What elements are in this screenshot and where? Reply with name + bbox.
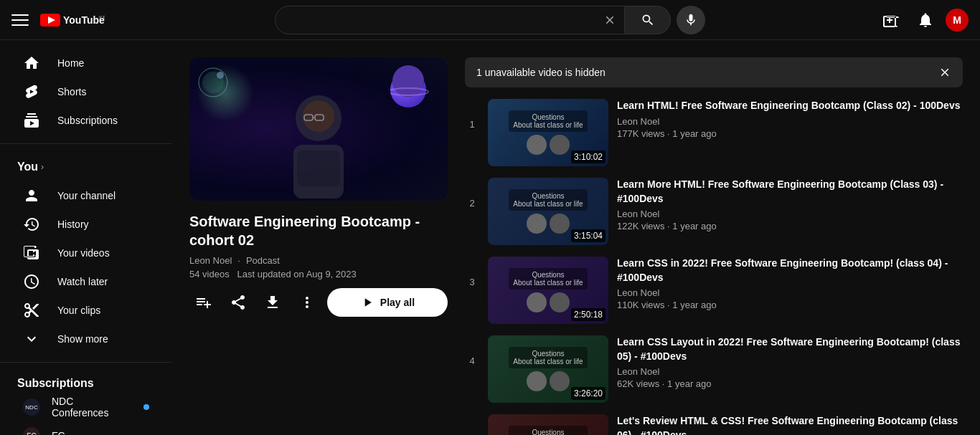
video-list: 1 unavailable video is hidden 1 Question… bbox=[465, 57, 963, 435]
voice-search-button[interactable] bbox=[677, 6, 705, 34]
svg-text:KE: KE bbox=[99, 14, 105, 21]
you-label: You bbox=[17, 161, 38, 173]
search-input[interactable]: leon noel bbox=[275, 6, 595, 34]
account-button[interactable]: M bbox=[946, 9, 969, 32]
sidebar-item-watch-later[interactable]: Watch later bbox=[6, 267, 166, 296]
video-number: 1 bbox=[465, 119, 479, 130]
sidebar-item-your-clips[interactable]: Your clips bbox=[6, 296, 166, 325]
video-info: Learn CSS Layout in 2022! Free Software … bbox=[617, 335, 963, 389]
svg-point-5 bbox=[303, 100, 334, 132]
playlist-meta: Leon Noel · Podcast bbox=[189, 255, 448, 266]
menu-button[interactable] bbox=[11, 11, 29, 29]
video-title: Learn More HTML! Free Software Engineeri… bbox=[617, 178, 963, 206]
show-more-label: Show more bbox=[57, 333, 108, 345]
watch-later-label: Watch later bbox=[57, 276, 108, 287]
playlist-info: 54 videos Last updated on Aug 9, 2023 bbox=[189, 269, 448, 279]
video-title: Learn HTML! Free Software Engineering Bo… bbox=[617, 99, 963, 113]
subscriptions-header: Subscriptions bbox=[0, 371, 172, 393]
svg-rect-10 bbox=[297, 150, 340, 186]
hidden-notice: 1 unavailable video is hidden bbox=[465, 57, 963, 87]
duration-badge: 3:15:04 bbox=[571, 229, 606, 242]
youtube-icon: YouTube KE bbox=[40, 13, 105, 27]
close-notice-button[interactable] bbox=[938, 66, 951, 79]
notifications-button[interactable] bbox=[911, 6, 940, 34]
sidebar-item-ndc[interactable]: NDC NDC Conferences bbox=[6, 393, 166, 421]
duration-badge: 3:26:20 bbox=[571, 387, 606, 400]
video-thumbnail: QuestionsAbout last class or life 3:26:2… bbox=[488, 335, 608, 403]
video-icon bbox=[23, 244, 40, 262]
video-number: 4 bbox=[465, 355, 479, 366]
you-chevron-icon: › bbox=[41, 162, 44, 172]
sidebar-divider-2 bbox=[0, 362, 172, 363]
scissors-icon bbox=[23, 302, 40, 319]
person-illustration bbox=[254, 86, 383, 201]
you-section[interactable]: You › bbox=[0, 153, 172, 181]
sidebar-item-fc[interactable]: FC FC bbox=[6, 421, 166, 435]
play-all-button[interactable]: Play all bbox=[327, 288, 448, 317]
sidebar-item-your-videos[interactable]: Your videos bbox=[6, 239, 166, 267]
playlist-thumbnail bbox=[189, 57, 448, 201]
home-label: Home bbox=[57, 57, 84, 69]
header-left: YouTube KE bbox=[11, 11, 184, 29]
video-info: Learn CSS in 2022! Free Software Enginee… bbox=[617, 257, 963, 310]
video-item-3[interactable]: 3 QuestionsAbout last class or life 2:50… bbox=[465, 251, 963, 330]
video-stats: 62K views · 1 year ago bbox=[617, 378, 963, 389]
content-inner: Software Engineering Bootcamp - cohort 0… bbox=[172, 40, 980, 435]
playlist-channel: Leon Noel bbox=[189, 255, 232, 266]
sidebar-item-home[interactable]: Home bbox=[6, 49, 166, 77]
fc-label: FC bbox=[52, 430, 65, 435]
video-title: Let's Review HTML & CSS! Free Software E… bbox=[617, 414, 963, 435]
video-title: Learn CSS Layout in 2022! Free Software … bbox=[617, 335, 963, 363]
play-all-label: Play all bbox=[380, 297, 415, 308]
duration-badge: 2:50:18 bbox=[571, 308, 606, 321]
sidebar-item-subscriptions[interactable]: Subscriptions bbox=[6, 106, 166, 135]
video-item-5[interactable]: 5 QuestionsAbout last class or life 2:58… bbox=[465, 408, 963, 435]
clear-search-button[interactable] bbox=[595, 6, 624, 34]
video-thumbnail: QuestionsAbout last class or life 3:15:0… bbox=[488, 178, 608, 245]
video-title: Learn CSS in 2022! Free Software Enginee… bbox=[617, 257, 963, 285]
logo[interactable]: YouTube KE bbox=[40, 13, 105, 27]
your-videos-label: Your videos bbox=[57, 247, 110, 259]
video-item-4[interactable]: 4 QuestionsAbout last class or life 3:26… bbox=[465, 330, 963, 408]
sidebar-item-history[interactable]: History bbox=[6, 210, 166, 239]
sidebar: Home Shorts Subscriptions You › bbox=[0, 40, 172, 435]
ndc-notification-dot bbox=[143, 404, 149, 410]
playlist-video-count: 54 videos bbox=[189, 269, 230, 279]
video-channel: Leon Noel bbox=[617, 287, 963, 298]
space-art-left bbox=[195, 64, 245, 115]
download-button[interactable] bbox=[258, 288, 287, 317]
watch-later-icon bbox=[23, 273, 40, 290]
video-info: Learn HTML! Free Software Engineering Bo… bbox=[617, 99, 963, 139]
playlist-actions: Play all bbox=[189, 288, 448, 317]
search-bar: leon noel bbox=[275, 6, 625, 34]
create-button[interactable] bbox=[877, 6, 905, 34]
video-number: 2 bbox=[465, 198, 479, 209]
ndc-label: NDC Conferences bbox=[52, 396, 132, 419]
video-number: 3 bbox=[465, 277, 479, 287]
sidebar-divider-1 bbox=[0, 143, 172, 144]
subscriptions-label: Subscriptions bbox=[57, 115, 118, 126]
video-item-2[interactable]: 2 QuestionsAbout last class or life 3:15… bbox=[465, 172, 963, 251]
content-area: Software Engineering Bootcamp - cohort 0… bbox=[172, 40, 980, 435]
svg-point-13 bbox=[217, 72, 224, 79]
your-clips-label: Your clips bbox=[57, 305, 100, 316]
sidebar-item-shorts[interactable]: Shorts bbox=[6, 77, 166, 106]
share-button[interactable] bbox=[224, 288, 253, 317]
video-item-1[interactable]: 1 QuestionsAbout last class or life 3:10… bbox=[465, 93, 963, 172]
playlist-panel: Software Engineering Bootcamp - cohort 0… bbox=[189, 57, 448, 435]
sidebar-item-your-channel[interactable]: Your channel bbox=[6, 181, 166, 210]
video-channel: Leon Noel bbox=[617, 209, 963, 219]
save-to-playlist-button[interactable] bbox=[189, 288, 218, 317]
header: YouTube KE leon noel bbox=[0, 0, 980, 40]
duration-badge: 3:10:02 bbox=[571, 150, 606, 163]
sidebar-item-show-more[interactable]: Show more bbox=[6, 325, 166, 353]
fc-avatar: FC bbox=[23, 427, 40, 435]
hidden-notice-text: 1 unavailable video is hidden bbox=[476, 67, 606, 78]
video-info: Let's Review HTML & CSS! Free Software E… bbox=[617, 414, 963, 435]
video-thumbnail: QuestionsAbout last class or life 2:58:4… bbox=[488, 414, 608, 435]
search-area: leon noel bbox=[275, 6, 705, 34]
search-button[interactable] bbox=[625, 6, 671, 34]
more-options-button[interactable] bbox=[293, 288, 321, 317]
playlist-last-updated: Last updated on Aug 9, 2023 bbox=[237, 269, 357, 279]
header-right: M bbox=[877, 6, 969, 34]
